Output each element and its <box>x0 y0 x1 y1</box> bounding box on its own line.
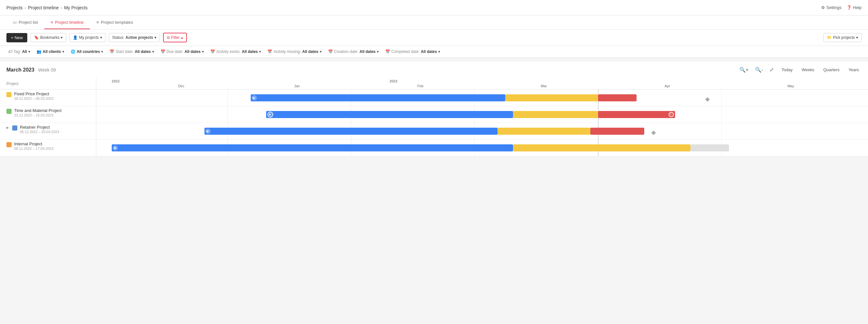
project-name-internal: Internal Project <box>14 141 53 146</box>
year-2022: 2022 <box>112 79 119 83</box>
bar-internal-gray <box>690 144 729 152</box>
quarters-button[interactable]: Quarters <box>821 66 842 73</box>
tab-project-timeline[interactable]: ≡ Project timeline <box>44 15 90 29</box>
tab-project-templates[interactable]: ≡ Project templates <box>90 15 139 29</box>
gantt-container: Project 2022 2023 Dec Jan Feb Mar Apr Ma… <box>0 78 868 90</box>
today-button[interactable]: Today <box>779 66 795 73</box>
list-icon: ▭ <box>13 20 17 25</box>
project-icon-retainer <box>12 125 17 131</box>
bookmarks-label: Bookmarks <box>40 35 59 40</box>
filter-activity-missing[interactable]: 📅 Activity missing: All dates ▾ <box>266 48 323 55</box>
filter-icon: ⧉ <box>167 35 170 40</box>
month-dec: Dec <box>127 84 235 88</box>
tabs-bar: ▭ Project list ≡ Project timeline ≡ Proj… <box>0 15 868 30</box>
play-icon-retainer: ▶ <box>206 129 211 134</box>
zoom-out-button[interactable]: 🔍- <box>754 65 764 74</box>
calendar-icon5: 📅 <box>328 50 333 54</box>
month-jan: Jan <box>235 84 359 88</box>
project-internal[interactable]: Internal Project 08.11.2022 – 17.03.2023 <box>0 139 96 156</box>
top-bar: Projects › Project timeline › My Project… <box>0 0 868 15</box>
year-2023: 2023 <box>390 79 397 83</box>
filter-tag[interactable]: 🏷 Tag: All ▾ <box>6 48 32 55</box>
filter-start-date[interactable]: 📅 Start date: All dates ▾ <box>107 48 156 55</box>
bar-retainer-red <box>590 128 644 135</box>
timeline-header: March 2023 Week 09 🔍+ 🔍- ⤢ Today Weeks Q… <box>0 62 868 78</box>
bar-tm-red: ↻ <box>598 111 675 118</box>
month-feb: Feb <box>359 84 482 88</box>
project-fixed-price[interactable]: Fixed Price Project 18.12.2022 – 06.03.2… <box>0 90 96 106</box>
project-name-fixed-price: Fixed Price Project <box>14 91 53 96</box>
chevron-down-icon4: ▾ <box>856 35 858 40</box>
table-row: Internal Project 08.11.2022 – 17.03.2023… <box>0 139 868 156</box>
filter-button[interactable]: ⧉ Filter ▴ <box>163 33 187 42</box>
calendar-icon3: 📅 <box>210 50 215 54</box>
vline-dec <box>227 90 228 106</box>
filter-due-date[interactable]: 📅 Due date: All dates ▾ <box>159 48 206 55</box>
help-label: Help <box>853 5 862 10</box>
play-icon-internal: ▶ <box>113 145 118 151</box>
diamond-icon-fixed <box>705 97 710 101</box>
project-retainer[interactable]: ▶ Retainer Project 05.12.2022 – 03.03.20… <box>0 123 96 139</box>
filter-completed-date[interactable]: 📅 Completed date: All dates ▾ <box>383 48 442 55</box>
gantt-bar-row-time-material: ▶ ↻ <box>96 106 868 123</box>
expand-arrow-retainer[interactable]: ▶ <box>6 126 9 129</box>
pick-projects-button[interactable]: 📁 Pick projects ▾ <box>824 33 862 42</box>
bar-tm-blue: ▶ <box>266 111 513 118</box>
help-icon: ❓ <box>846 5 851 10</box>
filter-activity-exists[interactable]: 📅 Activity exists: All dates ▾ <box>208 48 263 55</box>
chevron-down-icon6: ▾ <box>62 50 64 54</box>
zoom-in-button[interactable]: 🔍+ <box>738 65 750 74</box>
status-value: Active projects <box>125 35 153 40</box>
chevron-down-icon9: ▾ <box>202 50 204 54</box>
timeline-period: March 2023 Week 09 <box>6 67 56 73</box>
bar-tm-yellow <box>513 111 598 118</box>
settings-link[interactable]: ⚙ Settings <box>821 5 841 10</box>
breadcrumb-projects[interactable]: Projects <box>6 5 23 10</box>
chevron-down-icon12: ▾ <box>377 50 379 54</box>
top-right-actions: ⚙ Settings ❓ Help <box>821 5 862 10</box>
chevron-down-icon13: ▾ <box>438 50 440 54</box>
person-icon: 👤 <box>73 35 78 40</box>
vline-apr3 <box>721 123 722 139</box>
project-name-time-material: Time and Material Project <box>14 108 62 113</box>
bookmark-icon: 🔖 <box>34 35 39 40</box>
calendar-icon6: 📅 <box>385 50 390 54</box>
tag-icon: 🏷 <box>8 50 12 54</box>
breadcrumb-timeline[interactable]: Project timeline <box>28 5 59 10</box>
project-dates-retainer: 05.12.2022 – 03.03.2023 <box>20 130 59 134</box>
templates-icon: ≡ <box>96 20 99 25</box>
years-button[interactable]: Years <box>846 66 862 73</box>
breadcrumb-sep2: › <box>61 5 62 10</box>
new-button[interactable]: + New <box>6 33 27 42</box>
tab-project-list[interactable]: ▭ Project list <box>6 15 44 29</box>
project-time-material[interactable]: Time and Material Project 23.12.2022 – 1… <box>0 106 96 123</box>
chevron-down-icon5: ▾ <box>28 50 30 54</box>
project-dates-time-material: 23.12.2022 – 15.03.2023 <box>14 113 62 117</box>
toolbar: + New 🔖 Bookmarks ▾ 👤 My projects ▾ Stat… <box>0 30 868 46</box>
gantt-timeline-header: 2022 2023 Dec Jan Feb Mar Apr May <box>96 78 868 90</box>
timeline-section: March 2023 Week 09 🔍+ 🔍- ⤢ Today Weeks Q… <box>0 62 868 156</box>
chevron-down-icon: ▾ <box>61 35 63 40</box>
project-icon-fixed-price <box>6 92 11 97</box>
bar-retainer-yellow <box>498 128 590 135</box>
month-may: May <box>729 84 852 88</box>
gantt-right-header: 2022 2023 Dec Jan Feb Mar Apr May <box>96 78 868 90</box>
filter-countries[interactable]: 🌐 All countries ▾ <box>69 48 105 55</box>
bar-fixed-yellow <box>505 94 598 101</box>
weeks-button[interactable]: Weeks <box>799 66 817 73</box>
month-labels: Dec Jan Feb Mar Apr May <box>96 84 868 88</box>
breadcrumb-myprojects[interactable]: My Projects <box>64 5 88 10</box>
project-info-internal: Internal Project 08.11.2022 – 17.03.2023 <box>14 141 53 151</box>
help-link[interactable]: ❓ Help <box>846 5 862 10</box>
calendar-icon2: 📅 <box>160 50 165 54</box>
bar-retainer-blue: ▶ <box>205 128 498 135</box>
project-info-retainer: Retainer Project 05.12.2022 – 03.03.2023 <box>20 125 59 134</box>
gear-icon: ⚙ <box>821 5 825 10</box>
status-button[interactable]: Status: Active projects ▾ <box>109 33 160 42</box>
my-projects-button[interactable]: 👤 My projects ▾ <box>69 33 105 42</box>
bookmarks-button[interactable]: 🔖 Bookmarks ▾ <box>31 33 66 42</box>
fullscreen-button[interactable]: ⤢ <box>768 65 775 74</box>
filter-creation-date[interactable]: 📅 Creation date: All dates ▾ <box>326 48 381 55</box>
filter-clients[interactable]: 👥 All clients ▾ <box>35 48 66 55</box>
tab-project-list-label: Project list <box>19 20 38 25</box>
